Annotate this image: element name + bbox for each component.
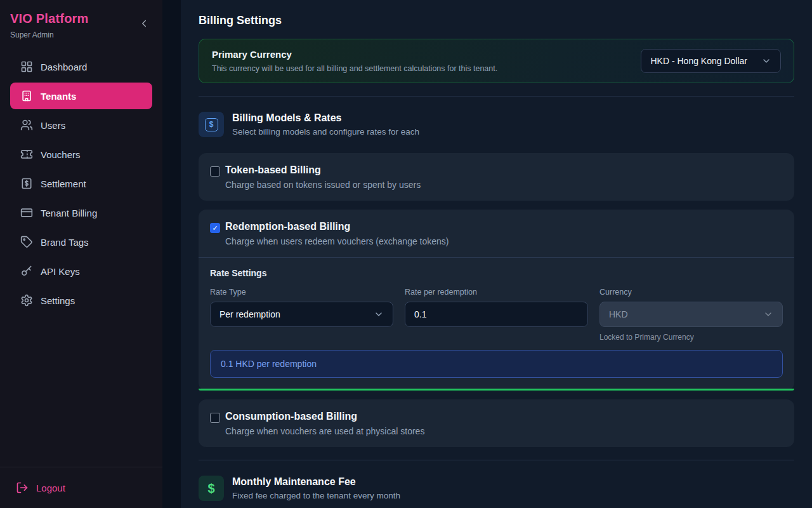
- billing-settings-panel: Billing Settings Primary Currency This c…: [181, 0, 812, 508]
- credit-card-icon: [20, 206, 33, 219]
- sidebar-item-label: Users: [41, 120, 65, 131]
- sidebar-item-brand-tags[interactable]: Brand Tags: [10, 229, 152, 255]
- dashboard-icon: [20, 60, 33, 73]
- brand-block: VIO Platform Super Admin: [10, 11, 89, 39]
- sidebar-item-label: Brand Tags: [41, 237, 89, 248]
- main-area: Billing Settings Primary Currency This c…: [162, 0, 812, 508]
- sidebar-header: VIO Platform Super Admin: [0, 0, 162, 47]
- billing-models-header: $ Billing Models & Rates Select billing …: [199, 112, 794, 137]
- currency-label: Currency: [599, 288, 783, 297]
- sidebar-item-label: Settlement: [41, 178, 86, 189]
- redemption-billing-title: Redemption-based Billing: [225, 221, 449, 232]
- rate-type-label: Rate Type: [210, 288, 393, 297]
- primary-currency-selected-value: HKD - Hong Kong Dollar: [650, 56, 747, 66]
- rate-type-field: Rate Type Per redemption: [210, 288, 393, 342]
- sidebar-nav: Dashboard Tenants Users Vouchers Settlem…: [0, 47, 162, 467]
- building-icon: [20, 90, 33, 102]
- model-card-redemption: Redemption-based Billing Charge when use…: [199, 210, 794, 391]
- sidebar-item-vouchers[interactable]: Vouchers: [10, 141, 152, 168]
- maintenance-fee-title: Monthly Maintenance Fee: [232, 476, 400, 488]
- sidebar-collapse-button[interactable]: [138, 18, 150, 29]
- token-billing-title: Token-based Billing: [225, 164, 421, 176]
- sidebar-item-label: API Keys: [41, 266, 80, 277]
- consumption-billing-title: Consumption-based Billing: [225, 411, 424, 422]
- primary-currency-card: Primary Currency This currency will be u…: [199, 39, 794, 83]
- sidebar-item-label: Tenant Billing: [41, 208, 97, 218]
- divider: [199, 460, 794, 460]
- rate-type-selected-value: Per redemption: [219, 309, 280, 319]
- rate-settings-grid: Rate Type Per redemption Rate per redemp…: [210, 288, 783, 342]
- model-card-consumption: Consumption-based Billing Charge when vo…: [199, 399, 794, 447]
- consumption-billing-checkbox[interactable]: [210, 413, 220, 423]
- redemption-billing-description: Charge when users redeem vouchers (excha…: [225, 236, 449, 246]
- currency-selected-value: HKD: [609, 309, 628, 319]
- redemption-billing-checkbox[interactable]: [210, 223, 220, 233]
- maintenance-fee-header: $ Monthly Maintenance Fee Fixed fee char…: [199, 476, 794, 501]
- logout-button[interactable]: Logout: [16, 481, 147, 494]
- redemption-billing-text: Redemption-based Billing Charge when use…: [225, 221, 449, 246]
- sidebar-item-tenant-billing[interactable]: Tenant Billing: [10, 199, 152, 226]
- chevron-down-icon: [374, 309, 384, 319]
- sidebar-footer: Logout: [0, 467, 162, 508]
- sidebar-item-label: Tenants: [41, 91, 76, 102]
- page-title: Billing Settings: [199, 14, 794, 27]
- sidebar-item-users[interactable]: Users: [10, 112, 152, 138]
- primary-currency-description: This currency will be used for all billi…: [212, 64, 497, 73]
- sidebar-item-settings[interactable]: Settings: [10, 287, 152, 314]
- rate-summary-box: 0.1 HKD per redemption: [210, 350, 783, 378]
- sidebar: VIO Platform Super Admin Dashboard Tenan…: [0, 0, 162, 508]
- primary-currency-text: Primary Currency This currency will be u…: [212, 49, 497, 73]
- primary-currency-select[interactable]: HKD - Hong Kong Dollar: [641, 49, 781, 73]
- currency-locked-note: Locked to Primary Currency: [599, 333, 783, 342]
- brand-subtitle: Super Admin: [10, 30, 89, 39]
- maintenance-fee-header-text: Monthly Maintenance Fee Fixed fee charge…: [232, 476, 400, 500]
- consumption-billing-text: Consumption-based Billing Charge when vo…: [225, 411, 424, 436]
- billing-models-header-text: Billing Models & Rates Select billing mo…: [232, 112, 419, 137]
- currency-select-disabled: HKD: [599, 302, 783, 327]
- rate-type-select[interactable]: Per redemption: [210, 302, 393, 327]
- consumption-billing-description: Charge when vouchers are used at physica…: [225, 426, 424, 436]
- token-billing-checkbox[interactable]: [210, 166, 220, 177]
- logout-label: Logout: [36, 483, 65, 493]
- chevron-down-icon: [763, 309, 773, 319]
- square-dollar-icon: $: [205, 118, 218, 131]
- ticket-icon: [20, 148, 33, 161]
- users-icon: [20, 119, 33, 131]
- sidebar-item-dashboard[interactable]: Dashboard: [10, 53, 152, 80]
- chevron-down-icon: [761, 56, 771, 66]
- maintenance-fee-subtitle: Fixed fee charged to the tenant every mo…: [232, 491, 400, 500]
- sidebar-item-label: Vouchers: [41, 149, 81, 160]
- currency-field: Currency HKD Locked to Primary Currency: [599, 288, 783, 342]
- tag-icon: [20, 236, 33, 248]
- sidebar-item-label: Dashboard: [41, 62, 87, 72]
- sidebar-item-label: Settings: [41, 295, 75, 306]
- gear-icon: [20, 294, 33, 307]
- sidebar-item-settlement[interactable]: Settlement: [10, 170, 152, 197]
- divider: [199, 96, 794, 97]
- key-icon: [20, 265, 33, 277]
- dollar-icon: $: [207, 481, 214, 496]
- active-model-indicator: [199, 389, 794, 391]
- rate-settings-title: Rate Settings: [210, 268, 783, 278]
- billing-models-icon: $: [199, 112, 224, 137]
- rate-amount-field: Rate per redemption: [405, 288, 588, 342]
- rate-settings-section: Rate Settings Rate Type Per redemption R…: [199, 257, 794, 391]
- billing-models-title: Billing Models & Rates: [232, 112, 419, 124]
- rate-amount-input[interactable]: [405, 302, 588, 327]
- token-billing-description: Charge based on tokens issued or spent b…: [225, 180, 421, 190]
- token-billing-text: Token-based Billing Charge based on toke…: [225, 164, 421, 190]
- brand-title: VIO Platform: [10, 11, 89, 26]
- sidebar-item-api-keys[interactable]: API Keys: [10, 258, 152, 284]
- rate-amount-label: Rate per redemption: [405, 288, 588, 297]
- model-card-token: Token-based Billing Charge based on toke…: [199, 153, 794, 201]
- chevron-left-icon: [138, 18, 150, 29]
- logout-icon: [16, 481, 29, 494]
- maintenance-fee-icon: $: [199, 476, 224, 501]
- sidebar-item-tenants[interactable]: Tenants: [10, 83, 152, 109]
- primary-currency-title: Primary Currency: [212, 49, 497, 60]
- billing-models-subtitle: Select billing models and configure rate…: [232, 127, 419, 137]
- settlement-dollar-icon: [20, 177, 33, 190]
